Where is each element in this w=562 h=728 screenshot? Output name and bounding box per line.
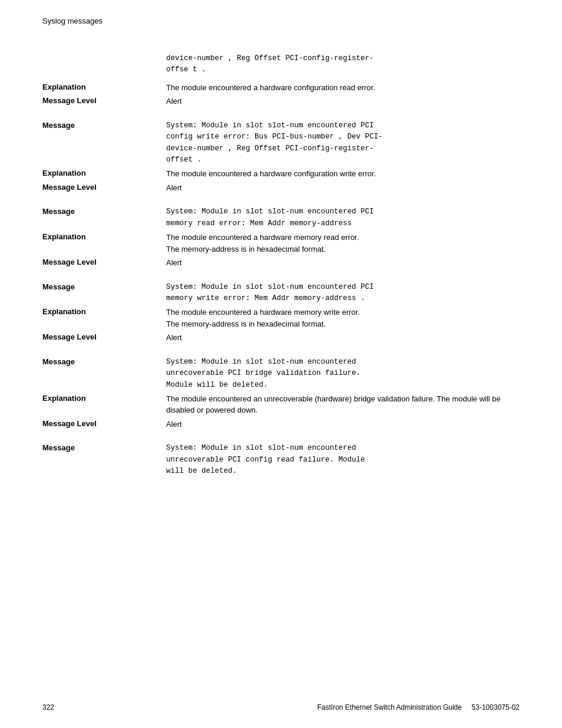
message-value-4: System: Module in slot slot-num encounte…: [166, 282, 520, 305]
explanation-row-5: Explanation The module encountered an un…: [42, 393, 520, 416]
message-level-label-3: Message Level: [42, 257, 166, 266]
entry-5: Message System: Module in slot slot-num …: [42, 357, 520, 430]
explanation-row-2: Explanation The module encountered a har…: [42, 168, 520, 180]
main-content: device-number , Reg Offset PCI-config-re…: [42, 53, 520, 490]
message-label-2: Message: [42, 120, 166, 130]
page-footer: 322 FastIron Ethernet Switch Administrat…: [42, 703, 520, 711]
message-row-5: Message System: Module in slot slot-num …: [42, 357, 520, 391]
entry-4: Message System: Module in slot slot-num …: [42, 282, 520, 344]
message-row-2: Message System: Module in slot slot-num …: [42, 120, 520, 166]
message-level-row-4: Message Level Alert: [42, 332, 520, 344]
page-number: 322: [42, 703, 54, 711]
entry-2: Message System: Module in slot slot-num …: [42, 120, 520, 194]
explanation-value-2: The module encountered a hardware config…: [166, 168, 520, 180]
message-label-5: Message: [42, 357, 166, 366]
explanation-row-3: Explanation The module encountered a har…: [42, 232, 520, 255]
doc-title: FastIron Ethernet Switch Administration …: [317, 703, 461, 711]
message-label-4: Message: [42, 282, 166, 291]
message-level-row-1: Message Level Alert: [42, 95, 520, 107]
message-value-6: System: Module in slot slot-num encounte…: [166, 443, 520, 477]
message-value-2: System: Module in slot slot-num encounte…: [166, 120, 520, 166]
message-level-label-2: Message Level: [42, 182, 166, 192]
entry-3: Message System: Module in slot slot-num …: [42, 206, 520, 268]
message-level-row-5: Message Level Alert: [42, 419, 520, 430]
message-level-value-3: Alert: [166, 257, 520, 269]
explanation-label-5: Explanation: [42, 393, 166, 403]
message-level-label-4: Message Level: [42, 332, 166, 341]
message-level-row-3: Message Level Alert: [42, 257, 520, 269]
explanation-value-3: The module encountered a hardware memory…: [166, 232, 520, 255]
page-header: Syslog messages: [42, 17, 103, 25]
message-value-3: System: Module in slot slot-num encounte…: [166, 206, 520, 229]
message-label-3: Message: [42, 206, 166, 216]
message-level-value-5: Alert: [166, 419, 520, 430]
message-level-value-4: Alert: [166, 332, 520, 344]
message-row-4: Message System: Module in slot slot-num …: [42, 282, 520, 305]
explanation-row-1: Explanation The module encountered a har…: [42, 82, 520, 94]
header-title: Syslog messages: [42, 17, 103, 25]
footer-right: FastIron Ethernet Switch Administration …: [317, 703, 520, 711]
message-row-3: Message System: Module in slot slot-num …: [42, 206, 520, 229]
explanation-label-3: Explanation: [42, 232, 166, 241]
message-value-5: System: Module in slot slot-num encounte…: [166, 357, 520, 391]
explanation-label-4: Explanation: [42, 307, 166, 316]
explanation-value-4: The module encountered a hardware memory…: [166, 307, 520, 330]
message-level-label-5: Message Level: [42, 419, 166, 428]
intro-line1: device-number , Reg Offset PCI-config-re…: [166, 53, 520, 64]
explanation-label-2: Explanation: [42, 168, 166, 177]
explanation-label-1: Explanation: [42, 82, 166, 91]
message-level-row-2: Message Level Alert: [42, 182, 520, 194]
explanation-value-1: The module encountered a hardware config…: [166, 82, 520, 94]
explanation-row-4: Explanation The module encountered a har…: [42, 307, 520, 330]
message-label-6: Message: [42, 443, 166, 452]
message-level-label-1: Message Level: [42, 95, 166, 105]
explanation-value-5: The module encountered an unrecoverable …: [166, 393, 520, 416]
message-level-value-2: Alert: [166, 182, 520, 194]
message-level-value-1: Alert: [166, 95, 520, 107]
intro-text: device-number , Reg Offset PCI-config-re…: [166, 53, 520, 76]
entry-6: Message System: Module in slot slot-num …: [42, 443, 520, 477]
doc-number: 53-1003075-02: [472, 703, 520, 711]
intro-line2: offse t .: [166, 64, 520, 75]
entry-1: Explanation The module encountered a har…: [42, 82, 520, 107]
message-row-6: Message System: Module in slot slot-num …: [42, 443, 520, 477]
